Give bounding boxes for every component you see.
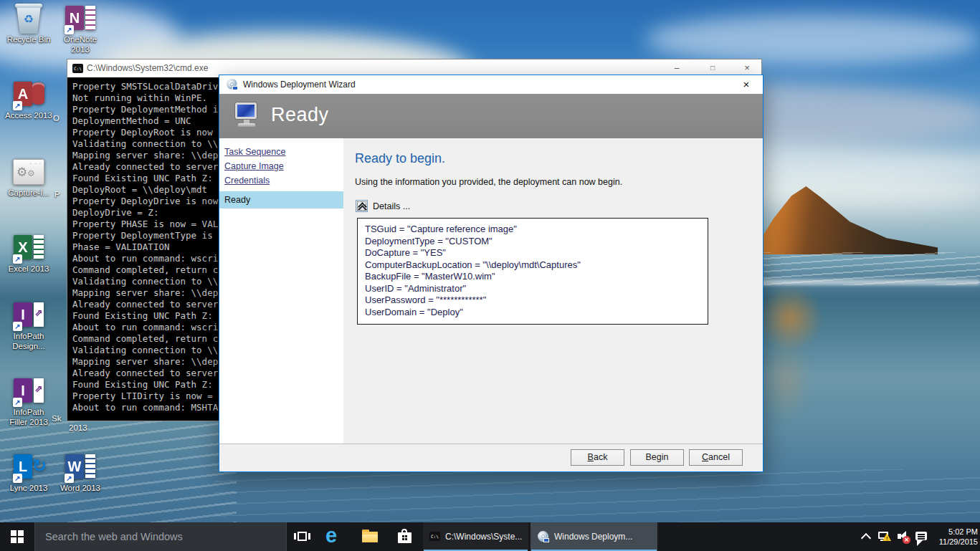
- start-button[interactable]: [0, 522, 34, 551]
- mute-badge-icon: ✕: [903, 536, 910, 544]
- desktop-icon-label: Word 2013: [52, 484, 108, 493]
- taskbar-app-label: Windows Deploym...: [554, 522, 653, 551]
- excel-icon: X ↗: [11, 232, 46, 264]
- desktop-icon-access[interactable]: A ↗ Access 2013: [1, 79, 57, 120]
- wallpaper-wave-foam: [215, 469, 980, 522]
- shortcut-arrow-icon: ↗: [65, 474, 74, 483]
- desktop-icon-label: Recycle Bin: [1, 35, 57, 44]
- desktop-icon-label-fragment[interactable]: P: [54, 190, 60, 198]
- wizard-header-band: Ready: [219, 94, 763, 138]
- detail-line: UserDomain = "Deploy": [365, 307, 700, 319]
- desktop-icon-label: Filler 2013: [1, 418, 57, 427]
- wizard-app-icon: [227, 79, 237, 90]
- desktop: ♻ Recycle Bin N ↗ OneNote 2013 A ↗ Acces…: [0, 0, 980, 551]
- taskbar-clock[interactable]: 5:02 PM 11/29/2015: [931, 522, 978, 551]
- desktop-icon-onenote[interactable]: N ↗ OneNote 2013: [52, 3, 108, 54]
- taskbar-app-cmd[interactable]: C:\ C:\Windows\Syste...: [423, 522, 528, 551]
- wizard-nav: Task Sequence Capture Image Credentials …: [219, 138, 343, 444]
- edge-taskbar-button[interactable]: e: [318, 522, 353, 551]
- store-taskbar-button[interactable]: [387, 522, 422, 551]
- taskbar-app-label: C:\Windows\Syste...: [445, 522, 524, 551]
- cancel-button[interactable]: Cancel: [689, 449, 743, 466]
- desktop-icon-label: InfoPath: [1, 332, 57, 341]
- notification-bubble-icon: [918, 536, 925, 537]
- detail-line: TSGuid = "Capture reference image": [365, 224, 700, 236]
- desktop-icon-capture[interactable]: - - - ⚙⚙ Capture-I...: [1, 156, 57, 198]
- cmd-window-title: C:\Windows\System32\cmd.exe: [87, 63, 208, 73]
- shortcut-arrow-icon: ↗: [13, 101, 22, 110]
- detail-line: UserPassword = "************": [365, 294, 700, 307]
- wizard-main: Ready to begin. Using the information yo…: [343, 138, 763, 444]
- shortcut-arrow-icon: ↗: [13, 474, 22, 483]
- wallpaper-surf-line: [755, 279, 980, 285]
- details-label: Details ...: [373, 201, 410, 211]
- desktop-icon-label-fragment[interactable]: O: [53, 114, 60, 123]
- wizard-button-bar: Back Begin Cancel: [219, 444, 763, 471]
- nav-link-credentials[interactable]: Credentials: [224, 176, 343, 186]
- tray-network-icon[interactable]: !: [875, 522, 893, 551]
- desktop-icon-label-fragment[interactable]: 2013: [69, 423, 87, 432]
- tray-volume-muted-icon[interactable]: ✕: [895, 522, 912, 551]
- desktop-icon-recycle-bin[interactable]: ♻ Recycle Bin: [1, 3, 57, 44]
- nav-link-capture-image[interactable]: Capture Image: [224, 161, 343, 171]
- nav-item-ready-selected[interactable]: Ready: [219, 191, 343, 209]
- desktop-icon-infopath-filler[interactable]: ⇗ I ↗ InfoPath Filler 2013: [1, 375, 57, 427]
- notification-bubble-icon: [918, 538, 925, 540]
- details-summary-box: TSGuid = "Capture reference image"Deploy…: [357, 218, 708, 325]
- shortcut-arrow-icon: ↗: [13, 398, 22, 407]
- windows-logo-icon: [11, 530, 24, 543]
- desktop-icon-label-fragment[interactable]: Sk: [52, 414, 61, 423]
- notification-bubble-icon: [917, 540, 923, 546]
- begin-button[interactable]: Begin: [630, 449, 684, 466]
- warning-triangle-icon: !: [886, 535, 888, 542]
- lync-icon: ↻ L ↗: [11, 451, 46, 483]
- store-windows-flag-icon: [402, 535, 407, 540]
- cmd-icon: C:\: [429, 532, 440, 541]
- wallpaper-cliff-reflection: [761, 337, 812, 423]
- deployment-wizard-window: Windows Deployment Wizard × Ready Task S…: [219, 75, 763, 472]
- shortcut-arrow-icon: ↗: [13, 322, 22, 331]
- ready-subtext: Using the information you provided, the …: [355, 177, 622, 187]
- close-icon[interactable]: ×: [738, 77, 754, 92]
- details-collapse-button[interactable]: [356, 200, 368, 212]
- detail-line: ComputerBackupLocation = "\\deploy\mdt\C…: [365, 259, 700, 272]
- detail-line: DoCapture = "YES": [365, 247, 700, 259]
- desktop-icon-excel[interactable]: X ↗ Excel 2013: [1, 232, 57, 274]
- desktop-icon-lync[interactable]: ↻ L ↗ Lync 2013: [1, 451, 57, 493]
- desktop-icon-label: Design...: [1, 342, 57, 351]
- task-view-icon: [298, 532, 307, 541]
- desktop-icon-label: Capture-I...: [1, 188, 57, 198]
- infopath-icon: ⇗ I ↗: [11, 375, 46, 407]
- file-explorer-taskbar-button[interactable]: [353, 522, 387, 551]
- chevron-up-icon: [861, 533, 871, 543]
- word-icon: W ↗: [63, 451, 97, 483]
- task-view-icon: [294, 533, 296, 540]
- shortcut-arrow-icon: ↗: [65, 25, 74, 34]
- search-input[interactable]: Search the web and Windows: [34, 522, 287, 551]
- action-center-button[interactable]: [912, 522, 931, 551]
- nav-link-task-sequence[interactable]: Task Sequence: [224, 147, 343, 157]
- access-icon: A ↗: [11, 79, 46, 110]
- desktop-icon-infopath-designer[interactable]: ⇗ I ↗ InfoPath Design...: [1, 300, 57, 351]
- wizard-app-icon: [538, 531, 548, 542]
- tray-show-hidden-icons-button[interactable]: [857, 522, 873, 551]
- edge-icon: e: [325, 524, 337, 547]
- detail-line: UserID = "Administrator": [365, 283, 700, 295]
- taskbar: Search the web and Windows e C:\ C:\Wind…: [0, 522, 980, 551]
- taskbar-app-deployment-wizard[interactable]: Windows Deploym...: [531, 522, 657, 551]
- desktop-icon-label: OneNote: [52, 35, 108, 44]
- task-view-button[interactable]: [287, 522, 318, 551]
- onenote-icon: N ↗: [63, 3, 97, 34]
- detail-line: DeploymentType = "CUSTOM": [365, 236, 700, 248]
- ready-heading: Ready to begin.: [355, 151, 445, 166]
- desktop-icon-label: InfoPath: [1, 408, 57, 417]
- wizard-title-bar[interactable]: Windows Deployment Wizard ×: [219, 75, 763, 94]
- clock-date: 11/29/2015: [931, 537, 978, 547]
- notification-bubble-icon: [918, 534, 925, 535]
- clock-time: 5:02 PM: [931, 527, 978, 537]
- back-button[interactable]: Back: [571, 449, 624, 466]
- recycle-bin-icon: ♻: [11, 3, 46, 34]
- shortcut-arrow-icon: ↗: [13, 254, 22, 264]
- desktop-icon-word[interactable]: W ↗ Word 2013: [52, 451, 108, 493]
- folder-icon: [362, 535, 378, 542]
